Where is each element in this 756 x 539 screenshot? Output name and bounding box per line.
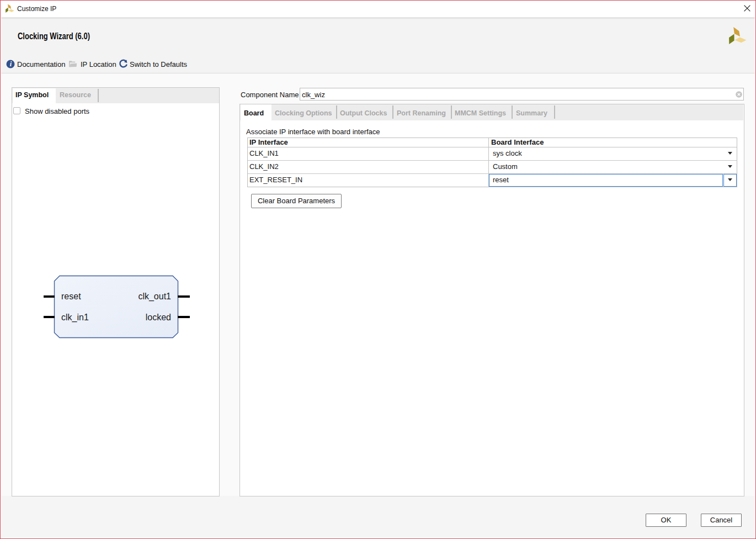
svg-text:i: i — [9, 60, 12, 68]
